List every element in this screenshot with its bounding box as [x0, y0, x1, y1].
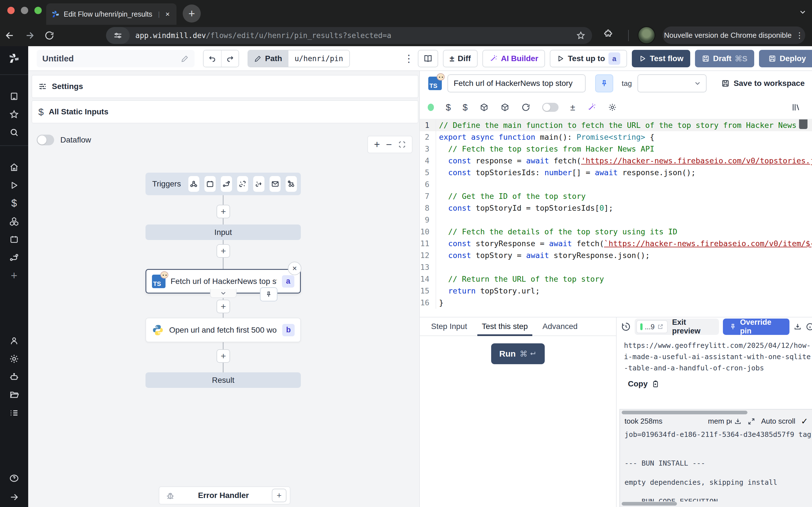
add-variable-icon[interactable]: $: [446, 102, 451, 113]
add-error-handler-button[interactable]: +: [272, 489, 287, 502]
tab-step-input[interactable]: Step Input: [424, 318, 474, 335]
more-options-icon[interactable]: ⋮: [400, 50, 417, 67]
exit-preview-button[interactable]: Exit preview: [672, 318, 714, 335]
sidebar-item-add[interactable]: +: [0, 267, 28, 284]
reload-script-icon[interactable]: [521, 103, 530, 112]
profile-avatar[interactable]: [638, 26, 655, 44]
undo-button[interactable]: [204, 50, 221, 67]
macos-minimize-button[interactable]: [21, 7, 28, 14]
bookmark-star-icon[interactable]: [576, 31, 585, 40]
step-a-pin-button[interactable]: [260, 287, 277, 301]
flow-settings-row[interactable]: Settings: [32, 75, 418, 98]
error-handler-node[interactable]: Error Handler +: [159, 487, 290, 504]
code-line[interactable]: 12 const topStory = await storyResponse.…: [420, 249, 812, 262]
webhook-trigger-icon[interactable]: [188, 176, 200, 192]
browser-tab[interactable]: Edit Flow u/henri/pin_results | ×: [46, 3, 176, 25]
sidebar-item-schedules[interactable]: [0, 230, 28, 248]
add-step-button[interactable]: +: [216, 244, 230, 258]
sidebar-item-help[interactable]: [0, 469, 28, 487]
draft-button[interactable]: Draft ⌘S: [695, 50, 754, 67]
pin-active-button[interactable]: [595, 74, 613, 93]
history-icon[interactable]: [621, 322, 631, 332]
email-trigger-icon[interactable]: [269, 176, 281, 192]
dataflow-toggle[interactable]: [37, 135, 54, 145]
sidebar-item-variables[interactable]: $: [0, 194, 28, 212]
delete-step-button[interactable]: ×: [288, 262, 301, 275]
result-info-icon[interactable]: [806, 323, 812, 331]
code-line[interactable]: 8 const topStoryId = topStoriesIds[0];: [420, 202, 812, 214]
sidebar-item-workspace[interactable]: [0, 87, 28, 105]
code-line[interactable]: 13: [420, 262, 812, 273]
add-step-button[interactable]: +: [216, 300, 230, 313]
new-tab-button[interactable]: +: [183, 4, 201, 22]
sidebar-item-flows[interactable]: [0, 248, 28, 267]
ai-builder-button[interactable]: AI Builder: [483, 50, 545, 67]
log-lines[interactable]: job=019634fd-e186-211f-5364-d3e4385d57f9…: [624, 430, 811, 501]
download-result-icon[interactable]: [794, 323, 802, 331]
assistant-diff-icon[interactable]: ±: [570, 102, 575, 113]
sidebar-item-audit-logs[interactable]: [0, 404, 28, 422]
save-to-workspace-button[interactable]: Save to workspace: [721, 79, 805, 88]
code-editor[interactable]: 1// Define the main function to fetch th…: [420, 119, 812, 317]
add-resource-icon[interactable]: [479, 103, 489, 112]
download-logs-icon[interactable]: [734, 417, 742, 425]
extensions-icon[interactable]: [603, 29, 613, 38]
code-line[interactable]: 10 // Fetch the details of the top story…: [420, 226, 812, 238]
sidebar-item-settings[interactable]: [0, 350, 28, 368]
step-b-node[interactable]: Open url and fetch first 500 words of ..…: [146, 318, 301, 342]
macos-maximize-button[interactable]: [35, 7, 42, 14]
script-name-input[interactable]: Fetch url of HackerNews top story: [448, 74, 586, 93]
tab-list-chevron-icon[interactable]: [799, 8, 807, 16]
sidebar-item-users[interactable]: [0, 332, 28, 350]
result-url-value[interactable]: https://www.geoffreylitt.com/2025/04/12/…: [624, 340, 812, 374]
macos-close-button[interactable]: [7, 7, 15, 14]
job-result-pill[interactable]: ...9: [637, 320, 668, 333]
copy-result-button[interactable]: Copy: [628, 379, 812, 388]
poll-trigger-icon[interactable]: [286, 176, 297, 192]
test-up-to-button[interactable]: Test up to a: [550, 50, 627, 67]
code-line[interactable]: 14 // Return the URL of the top story: [420, 273, 812, 285]
sidebar-item-home[interactable]: [0, 158, 28, 176]
zoom-out-icon[interactable]: −: [386, 138, 392, 151]
library-icon[interactable]: [791, 103, 801, 112]
result-node[interactable]: Result: [146, 372, 301, 388]
sidebar-expand-icon[interactable]: [0, 487, 28, 507]
code-line[interactable]: 2export async function main(): Promise<s…: [420, 131, 812, 143]
step-a-expand-chevron[interactable]: [210, 289, 237, 298]
schedule-trigger-icon[interactable]: [204, 176, 216, 192]
run-button[interactable]: Run ⌘: [491, 343, 545, 364]
sidebar-item-resources[interactable]: [0, 212, 28, 230]
sidebar-item-favorites[interactable]: [0, 105, 28, 123]
flow-name-input[interactable]: Untitled: [37, 50, 195, 67]
site-settings-icon[interactable]: [106, 27, 130, 44]
add-static-variable-icon[interactable]: $: [463, 102, 468, 113]
sidebar-item-workers[interactable]: [0, 368, 28, 386]
log-scrollbar-top[interactable]: [622, 411, 748, 414]
code-line[interactable]: 1// Define the main function to fetch th…: [420, 119, 812, 131]
sidebar-item-runs[interactable]: [0, 176, 28, 194]
back-icon[interactable]: [0, 31, 20, 41]
input-node[interactable]: Input: [146, 224, 301, 240]
add-step-button[interactable]: +: [216, 205, 230, 218]
sidebar-item-folders[interactable]: [0, 386, 28, 404]
expand-logs-icon[interactable]: [748, 417, 755, 425]
log-scrollbar-bottom[interactable]: [622, 502, 677, 506]
override-pin-button[interactable]: Override pin: [723, 319, 790, 335]
diff-mode-toggle[interactable]: [542, 103, 559, 112]
forward-icon[interactable]: [20, 31, 40, 41]
all-static-inputs-row[interactable]: $ All Static Inputs: [32, 100, 418, 123]
zoom-in-icon[interactable]: +: [374, 138, 380, 151]
tab-close-icon[interactable]: ×: [164, 10, 171, 18]
open-job-external-icon[interactable]: [657, 323, 664, 330]
docs-book-button[interactable]: [418, 50, 438, 67]
code-line[interactable]: 3 // Fetch the top stories from Hacker N…: [420, 143, 812, 155]
redo-button[interactable]: [221, 50, 239, 67]
websocket-trigger-icon[interactable]: [237, 176, 248, 192]
code-line[interactable]: 7 // Get the ID of the top story: [420, 190, 812, 202]
code-line[interactable]: 11 const storyResponse = await fetch(`ht…: [420, 238, 812, 249]
deploy-button[interactable]: Deploy: [759, 50, 812, 67]
diff-button[interactable]: ± Diff: [443, 50, 477, 67]
code-line[interactable]: 15 return topStory.url;: [420, 285, 812, 297]
http-route-trigger-icon[interactable]: [221, 176, 232, 192]
triggers-node[interactable]: Triggers: [146, 173, 301, 195]
